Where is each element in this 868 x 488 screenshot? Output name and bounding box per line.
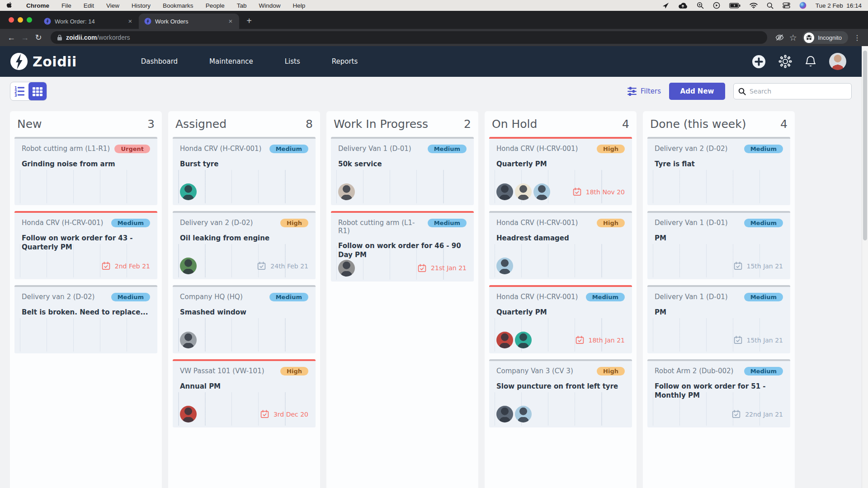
search-input[interactable]: [750, 88, 847, 95]
siri-icon[interactable]: [799, 2, 807, 9]
list-view-button[interactable]: 123: [10, 82, 28, 100]
work-order-card[interactable]: VW Passat 101 (VW-101) High Annual PM 3r…: [173, 359, 316, 427]
spotlight-icon[interactable]: [767, 2, 774, 9]
minimize-window-button[interactable]: [18, 17, 23, 23]
browser-tab-strip: Work Order: 14×Work Orders× +: [0, 11, 868, 29]
nav-item-reports[interactable]: Reports: [332, 57, 358, 66]
apple-icon[interactable]: [6, 2, 13, 9]
column-header: Done (this week) 4: [647, 117, 790, 137]
work-order-card[interactable]: Delivery Van 1 (D-01) Medium 50k service: [331, 137, 474, 205]
menu-item-edit[interactable]: Edit: [84, 2, 94, 9]
card-avatars: [496, 406, 532, 422]
column-title: Work In Progress: [334, 117, 428, 131]
notifications-bell-icon[interactable]: [805, 55, 816, 68]
work-order-card[interactable]: Company Van 3 (CV 3) High Slow puncture …: [489, 359, 632, 427]
play-circle-icon[interactable]: [713, 2, 720, 9]
brand-name: Zoidii: [33, 54, 77, 70]
fullscreen-window-button[interactable]: [27, 17, 32, 23]
column-title: On Hold: [492, 117, 537, 131]
card-top-row: Robot cutting arm (L1-R1) Medium: [338, 219, 467, 235]
card-priority-badge: Medium: [269, 293, 308, 301]
work-order-card[interactable]: Delivery Van 1 (D-01) Medium PM 15th Jan…: [647, 285, 790, 353]
board-view-button[interactable]: [28, 82, 47, 100]
wifi-icon[interactable]: [750, 3, 758, 9]
menu-item-people[interactable]: People: [206, 2, 225, 9]
forward-button[interactable]: →: [18, 31, 32, 44]
nav-item-lists[interactable]: Lists: [285, 57, 300, 66]
menu-item-help[interactable]: Help: [292, 2, 305, 9]
bookmark-star-icon[interactable]: ☆: [786, 31, 800, 44]
menu-status-icons: Tue 2 Feb 16:14: [662, 2, 862, 9]
menu-item-view[interactable]: View: [106, 2, 119, 9]
tab-title: Work Order: 14: [55, 18, 123, 25]
calendar-icon: [418, 264, 426, 272]
work-order-card[interactable]: Honda CRV (H-CRV-001) High Quarterly PM …: [489, 137, 632, 205]
close-window-button[interactable]: [9, 17, 14, 23]
filters-button[interactable]: Filters: [627, 86, 661, 96]
brand[interactable]: Zoidii: [10, 52, 77, 70]
reload-button[interactable]: ↻: [32, 31, 45, 44]
work-order-card[interactable]: Delivery van 2 (D-02) Medium Belt is bro…: [14, 285, 157, 353]
menu-item-chrome[interactable]: Chrome: [26, 2, 49, 9]
work-order-card[interactable]: Honda CRV (H-CRV-001) Medium Burst tyre: [173, 137, 316, 205]
card-due: 3rd Dec 20: [260, 410, 308, 418]
macos-menu-bar: ChromeFileEditViewHistoryBookmarksPeople…: [0, 0, 868, 11]
work-order-card[interactable]: Company HQ (HQ) Medium Smashed window: [173, 285, 316, 353]
control-center-icon[interactable]: [783, 2, 790, 9]
settings-gear-icon[interactable]: [778, 55, 792, 68]
work-order-card[interactable]: Honda CRV (H-CRV-001) Medium Follow on w…: [14, 211, 157, 279]
eye-off-icon[interactable]: [773, 31, 786, 44]
card-priority-badge: High: [280, 367, 308, 375]
battery-icon[interactable]: [729, 3, 741, 9]
profile-avatar[interactable]: [829, 53, 846, 70]
location-icon[interactable]: [662, 2, 669, 9]
scrollbar-thumb[interactable]: [863, 51, 867, 240]
calendar-icon: [573, 188, 581, 196]
work-order-card[interactable]: Honda CRV (H-CRV-001) High Headrest dama…: [489, 211, 632, 279]
work-order-card[interactable]: Robot Arm 2 (Dub-002) Medium Follow on w…: [647, 359, 790, 427]
work-order-card[interactable]: Honda CRV (H-CRV-001) Medium Quarterly P…: [489, 285, 632, 353]
card-description: Oil leaking from engine: [180, 234, 308, 243]
assignee-avatar: [338, 183, 355, 200]
cloud-sync-icon[interactable]: [678, 2, 688, 9]
card-footer: [180, 332, 308, 348]
work-order-card[interactable]: Delivery van 2 (D-02) High Oil leaking f…: [173, 211, 316, 279]
work-order-card[interactable]: Robot cutting arm (L1-R1) Urgent Grindin…: [14, 137, 157, 205]
column-title: Done (this week): [650, 117, 746, 131]
card-priority-badge: Medium: [744, 367, 783, 375]
menu-item-window[interactable]: Window: [259, 2, 280, 9]
work-order-card[interactable]: Delivery van 2 (D-02) Medium Tyre is fla…: [647, 137, 790, 205]
card-footer: [496, 258, 625, 274]
menu-item-tab[interactable]: Tab: [237, 2, 247, 9]
browser-tab[interactable]: Work Orders×: [139, 14, 239, 29]
add-circle-icon[interactable]: [752, 55, 766, 69]
browser-tab[interactable]: Work Order: 14×: [38, 14, 139, 29]
column-count: 3: [147, 117, 155, 131]
browser-menu-icon[interactable]: ⋮: [851, 33, 863, 42]
zoom-icon[interactable]: [697, 2, 704, 9]
card-priority-badge: High: [597, 219, 625, 227]
new-tab-button[interactable]: +: [243, 14, 255, 27]
card-top-row: Honda CRV (H-CRV-001) Medium: [22, 219, 150, 227]
card-top-row: Company Van 3 (CV 3) High: [496, 367, 625, 375]
work-order-card[interactable]: Delivery Van 1 (D-01) Medium PM 15th Jan…: [647, 211, 790, 279]
page-scrollbar[interactable]: [862, 46, 868, 488]
menu-clock[interactable]: Tue 2 Feb 16:14: [816, 2, 862, 9]
nav-item-dashboard[interactable]: Dashboard: [141, 57, 178, 66]
card-top-row: Honda CRV (H-CRV-001) High: [496, 219, 625, 227]
work-order-card[interactable]: Robot cutting arm (L1-R1) Medium Follow …: [331, 211, 474, 282]
card-footer: 3rd Dec 20: [180, 406, 308, 422]
tab-close-icon[interactable]: ×: [226, 17, 235, 25]
card-due-date: 21st Jan 21: [431, 264, 467, 272]
card-due-date: 3rd Dec 20: [274, 411, 308, 418]
add-new-button[interactable]: Add New: [669, 83, 725, 100]
back-button[interactable]: ←: [5, 31, 18, 44]
menu-item-file[interactable]: File: [61, 2, 71, 9]
menu-item-history[interactable]: History: [132, 2, 151, 9]
address-bar[interactable]: zoidii.com/workorders: [51, 31, 767, 44]
menu-item-bookmarks[interactable]: Bookmarks: [163, 2, 193, 9]
card-priority-badge: Medium: [269, 145, 308, 153]
tab-close-icon[interactable]: ×: [126, 17, 134, 25]
column-cards: Delivery Van 1 (D-01) Medium 50k service…: [331, 137, 474, 282]
nav-item-maintenance[interactable]: Maintenance: [209, 57, 253, 66]
